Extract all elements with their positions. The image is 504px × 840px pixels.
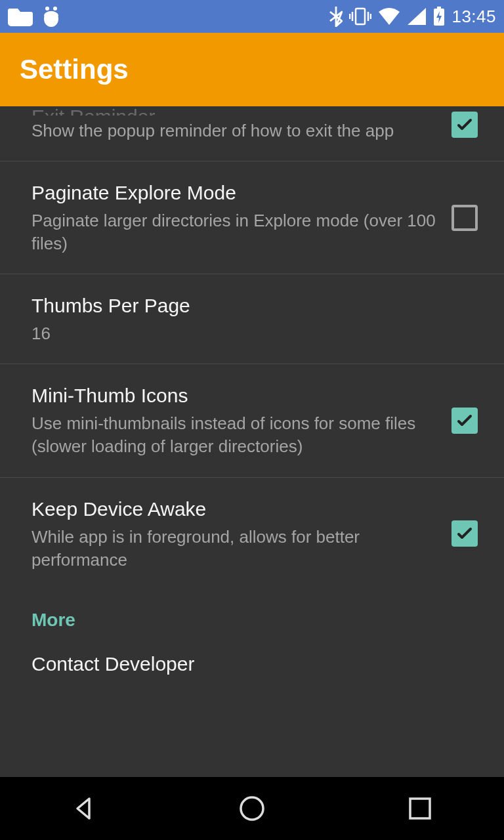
- cell-signal-icon: [407, 7, 427, 26]
- setting-text: Paginate Explore Mode Paginate larger di…: [32, 180, 452, 255]
- app-bar: Settings: [0, 33, 504, 106]
- setting-keep-awake[interactable]: Keep Device Awake While app is in foregr…: [0, 478, 504, 590]
- check-icon: [455, 524, 474, 543]
- setting-exit-reminder[interactable]: Exit Reminder Show the popup reminder of…: [0, 106, 504, 161]
- setting-text: Exit Reminder Show the popup reminder of…: [32, 106, 452, 142]
- svg-rect-8: [410, 799, 430, 818]
- checkbox-exit-reminder[interactable]: [452, 112, 478, 138]
- recent-icon: [408, 796, 432, 821]
- setting-subtitle: Show the popup reminder of how to exit t…: [32, 119, 438, 142]
- status-left: [8, 5, 60, 28]
- setting-subtitle: Paginate larger directories in Explore m…: [32, 209, 438, 255]
- svg-rect-4: [356, 9, 365, 24]
- nav-recent-button[interactable]: [394, 782, 446, 835]
- setting-title: Paginate Explore Mode: [32, 180, 438, 205]
- setting-contact-developer[interactable]: Contact Developer: [0, 641, 504, 695]
- check-icon: [455, 115, 474, 135]
- svg-point-1: [53, 7, 57, 10]
- setting-title: Keep Device Awake: [32, 496, 438, 522]
- svg-rect-6: [437, 7, 441, 9]
- home-icon: [238, 794, 266, 823]
- nav-back-button[interactable]: [58, 782, 110, 835]
- status-right: 13:45: [329, 6, 496, 27]
- battery-charging-icon: [433, 7, 445, 26]
- svg-point-7: [241, 797, 263, 820]
- setting-text: Mini-Thumb Icons Use mini-thumbnails ins…: [32, 383, 452, 458]
- setting-subtitle: While app is in foreground, allows for b…: [32, 526, 438, 572]
- setting-value: 16: [32, 322, 465, 345]
- setting-subtitle: Use mini-thumbnails instead of icons for…: [32, 412, 438, 458]
- setting-title: Mini-Thumb Icons: [32, 383, 438, 408]
- navigation-bar: [0, 777, 504, 840]
- setting-paginate-explore[interactable]: Paginate Explore Mode Paginate larger di…: [0, 161, 504, 274]
- check-icon: [455, 411, 474, 430]
- status-time: 13:45: [452, 7, 496, 27]
- setting-title: Exit Reminder: [32, 106, 438, 116]
- setting-text: Keep Device Awake While app is in foregr…: [32, 496, 452, 572]
- setting-text: Thumbs Per Page 16: [32, 293, 478, 345]
- wifi-icon: [378, 7, 400, 26]
- checkbox-mini-thumb[interactable]: [452, 408, 478, 434]
- bluetooth-icon: [329, 6, 343, 27]
- back-icon: [71, 795, 97, 822]
- vibrate-icon: [349, 7, 371, 26]
- section-more: More: [0, 590, 504, 641]
- checkbox-keep-awake[interactable]: [452, 520, 478, 547]
- usb-debug-icon: [43, 5, 60, 28]
- setting-mini-thumb[interactable]: Mini-Thumb Icons Use mini-thumbnails ins…: [0, 364, 504, 477]
- svg-rect-3: [44, 11, 58, 20]
- setting-title: Thumbs Per Page: [32, 293, 465, 318]
- checkbox-paginate-explore[interactable]: [452, 205, 478, 231]
- status-bar: 13:45: [0, 0, 504, 33]
- folder-icon: [8, 7, 33, 26]
- settings-list[interactable]: Exit Reminder Show the popup reminder of…: [0, 106, 504, 777]
- nav-home-button[interactable]: [226, 782, 278, 835]
- page-title: Settings: [20, 54, 129, 85]
- setting-thumbs-per-page[interactable]: Thumbs Per Page 16: [0, 274, 504, 364]
- svg-point-0: [45, 7, 49, 10]
- setting-title: Contact Developer: [32, 653, 472, 675]
